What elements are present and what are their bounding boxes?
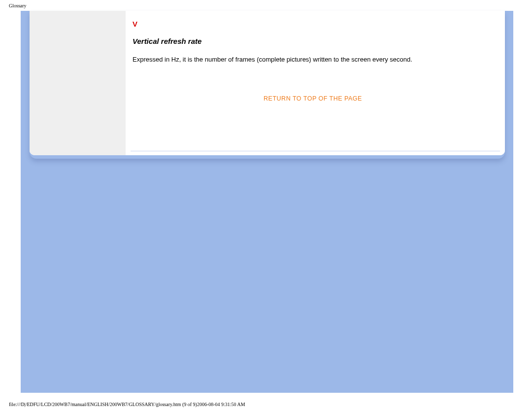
- page-header-label: Glossary: [9, 3, 27, 8]
- section-letter: V: [133, 20, 493, 28]
- term-body: Expressed in Hz, it is the number of fra…: [133, 55, 493, 64]
- content-divider: [131, 151, 500, 151]
- return-link-container: RETURN TO TOP OF THE PAGE: [133, 94, 493, 103]
- footer-file-path: file:///D|/EDFU/LCD/200WB7/manual/ENGLIS…: [9, 402, 245, 407]
- term-title: Vertical refresh rate: [133, 37, 493, 45]
- sidebar: [30, 11, 126, 155]
- content-card: V Vertical refresh rate Expressed in Hz,…: [30, 11, 505, 155]
- return-to-top-link[interactable]: RETURN TO TOP OF THE PAGE: [264, 95, 362, 102]
- main-content: V Vertical refresh rate Expressed in Hz,…: [126, 11, 505, 155]
